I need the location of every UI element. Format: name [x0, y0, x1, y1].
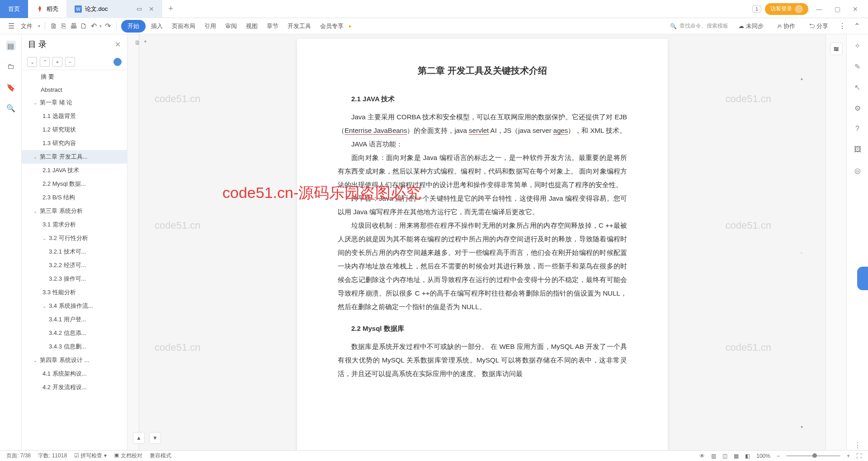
remove-icon[interactable]: − — [65, 57, 75, 67]
tab-close-icon[interactable]: ✕ — [149, 5, 154, 13]
minimize-icon[interactable]: — — [812, 2, 826, 16]
style-icon[interactable]: ✧ — [853, 41, 863, 51]
review-tab[interactable]: 审阅 — [222, 20, 241, 32]
outline-item[interactable]: 1.3 研究内容 — [22, 136, 127, 150]
outline-item[interactable]: 摘 要 — [22, 70, 127, 84]
file-menu[interactable]: 文件 — [17, 20, 36, 32]
tab-document[interactable]: W论文.doc▭✕ — [66, 0, 162, 18]
print-icon[interactable]: 🖶 — [70, 22, 78, 30]
tab-new[interactable]: + — [162, 4, 180, 14]
expand-all-icon[interactable]: ⌃ — [40, 57, 50, 67]
help-icon[interactable]: ? — [853, 124, 863, 134]
redo-icon[interactable]: ↷ — [104, 22, 112, 30]
web-view-icon[interactable]: ▦ — [734, 453, 739, 459]
outline-close-icon[interactable]: ✕ — [115, 40, 121, 49]
insert-tab[interactable]: 插入 — [147, 20, 166, 32]
undo-icon[interactable]: ↶ — [90, 22, 98, 30]
page-header-icon[interactable]: 🗎 — [139, 37, 141, 49]
spellcheck-toggle[interactable]: ☑ 拼写检查 ▾ — [74, 452, 107, 460]
zoom-in-icon[interactable]: + — [847, 453, 850, 459]
view-tab[interactable]: 视图 — [242, 20, 261, 32]
preview-icon[interactable]: 🗋 — [80, 22, 88, 30]
proofread-button[interactable]: ▣ 文档校对 — [114, 452, 142, 460]
outline-item[interactable]: 3.4.1 用户登... — [22, 313, 127, 326]
outline-item[interactable]: 3.2.2 经济可... — [22, 259, 127, 272]
scroll-down-icon[interactable]: ▾ — [801, 424, 803, 429]
tab-daoke[interactable]: 稻壳 — [28, 0, 66, 18]
pen-icon[interactable]: ✎ — [853, 61, 863, 71]
zoom-out-icon[interactable]: − — [777, 453, 780, 459]
outline-item[interactable]: 1.2 研究现状 — [22, 123, 127, 136]
dev-tab[interactable]: 开发工具 — [284, 20, 315, 32]
outline-settings-icon[interactable] — [113, 58, 122, 66]
collapse-ribbon-icon[interactable]: ⌃ — [853, 22, 861, 30]
share-button[interactable]: ⮌ 分享 — [805, 20, 832, 32]
export-icon[interactable]: ⎘ — [60, 22, 68, 30]
clipboard-icon[interactable]: 🗀 — [6, 61, 16, 71]
tab-window-icon[interactable]: ▭ — [135, 5, 143, 13]
page-up-icon[interactable]: ▲ — [133, 432, 145, 444]
word-count[interactable]: 字数: 11018 — [38, 452, 67, 460]
select-icon[interactable]: ↖ — [853, 82, 863, 92]
menu-icon[interactable]: ☰ — [7, 22, 15, 30]
settings-icon[interactable]: ⚙ — [853, 103, 863, 113]
image-tool-icon[interactable]: 🖾 — [853, 145, 863, 155]
page-indicator[interactable]: 页面: 7/38 — [6, 452, 31, 460]
outline-item[interactable]: 2.1 JAVA 技术 — [22, 164, 127, 177]
outline-item[interactable]: 2.3 B/S 结构 — [22, 191, 127, 204]
compat-mode[interactable]: 兼容模式 — [150, 452, 171, 460]
outline-item[interactable]: Abstract — [22, 84, 127, 96]
outline-item[interactable]: 1.1 选题背景 — [22, 109, 127, 123]
vip-more-icon[interactable]: ▸ — [349, 23, 352, 29]
outline-item[interactable]: ⌄第一章 绪 论 — [22, 96, 127, 109]
outline-item[interactable]: 3.2.1 技术可... — [22, 245, 127, 259]
scroll-marker-icon[interactable]: ◦ — [801, 250, 802, 255]
outline-item[interactable]: 4.2 开发流程设... — [22, 381, 127, 394]
outline-item[interactable]: 3.3 性能分析 — [22, 286, 127, 299]
outline-item[interactable]: 3.1 需求分析 — [22, 218, 127, 231]
outline-item[interactable]: 3.4.2 信息添... — [22, 326, 127, 340]
eye-icon[interactable]: 👁 — [699, 453, 705, 459]
window-count-badge[interactable]: 1 — [752, 5, 761, 13]
layout-tab[interactable]: 页面布局 — [168, 20, 199, 32]
tab-home[interactable]: 首页 — [0, 0, 28, 18]
find-icon[interactable]: 🔍 — [6, 103, 16, 113]
ai-assistant-icon[interactable]: ≋ — [830, 42, 843, 55]
outline-item[interactable]: ⌄第二章 开发工具... — [22, 150, 127, 164]
chapter-tab[interactable]: 章节 — [263, 20, 282, 32]
outline-item[interactable]: ⌄第四章 系统设计 ... — [22, 353, 127, 367]
start-tab[interactable]: 开始 — [121, 20, 146, 33]
save-icon[interactable]: 🗎 — [50, 22, 58, 30]
fullscreen-icon[interactable]: ⛶ — [856, 453, 862, 459]
layout-view-icon[interactable]: ▥ — [711, 453, 716, 459]
page-down-icon[interactable]: ▼ — [149, 432, 161, 444]
bookmark-icon[interactable]: 🔖 — [6, 82, 16, 92]
outline-item[interactable]: 4.1 系统架构设... — [22, 367, 127, 381]
zoom-slider[interactable] — [786, 455, 840, 456]
more-icon[interactable]: ⋮ — [838, 22, 846, 30]
outline-panel-icon[interactable]: ▤ — [6, 41, 16, 51]
outline-item[interactable]: ⌄3.4 系统操作流... — [22, 299, 127, 313]
scroll-up-icon[interactable]: ▴ — [801, 76, 803, 81]
read-view-icon[interactable]: ◫ — [722, 453, 727, 459]
close-icon[interactable]: ✕ — [848, 2, 863, 16]
login-button[interactable]: 访客登录 — [765, 3, 808, 15]
coop-button[interactable]: ዶ 协作 — [774, 20, 799, 32]
search-input[interactable]: 🔍查找命令、搜索模板 — [670, 22, 728, 30]
outline-item[interactable]: 3.2.3 操作可... — [22, 272, 127, 286]
add-icon[interactable]: + — [52, 57, 62, 67]
outline-item[interactable]: 3.4.3 信息删... — [22, 340, 127, 353]
collapse-all-icon[interactable]: ⌄ — [27, 57, 37, 67]
outline-item[interactable]: ⌄第三章 系统分析 — [22, 204, 127, 218]
outline-item[interactable]: 2.2 Mysql 数据... — [22, 177, 127, 191]
sync-button[interactable]: ☁ 未同步 — [735, 20, 767, 32]
side-tab-button[interactable] — [857, 267, 868, 290]
maximize-icon[interactable]: ▢ — [830, 2, 844, 16]
outline-item[interactable]: ⌄3.2 可行性分析 — [22, 231, 127, 245]
target-icon[interactable]: ◎ — [853, 165, 863, 175]
outline-view-icon[interactable]: ◧ — [745, 453, 750, 459]
tools-icon[interactable]: ⋮ — [853, 440, 863, 450]
ref-tab[interactable]: 引用 — [201, 20, 220, 32]
chapter-title: 第二章 开发工具及关键技术介绍 — [338, 61, 627, 80]
vip-tab[interactable]: 会员专享 — [316, 20, 347, 32]
